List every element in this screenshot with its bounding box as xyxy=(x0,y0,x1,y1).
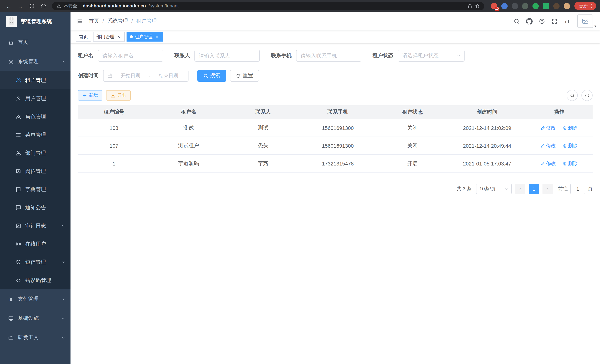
address-bar[interactable]: 不安全 dashboard.yudao.iocoder.cn /system/t… xyxy=(52,2,484,10)
user-icon xyxy=(16,96,21,101)
sidebar-item-sms[interactable]: 短信管理 xyxy=(0,253,71,271)
sidebar-item-online-user[interactable]: 在线用户 xyxy=(0,235,71,253)
browser-forward-button[interactable]: → xyxy=(15,1,25,11)
extension-icon[interactable] xyxy=(512,3,518,9)
sidebar-toggle-button[interactable] xyxy=(71,12,89,30)
refresh-table-button[interactable] xyxy=(581,90,593,101)
caret-down-icon[interactable]: ▾ xyxy=(594,24,596,30)
sidebar-item-department[interactable]: 部门管理 xyxy=(0,144,71,162)
font-size-button[interactable]: TT xyxy=(561,12,574,30)
sidebar-item-payment[interactable]: ¥ 支付管理 xyxy=(0,289,71,309)
phone-input[interactable] xyxy=(296,50,361,62)
goto-label: 前往 xyxy=(558,186,568,192)
tenant-icon xyxy=(16,78,21,83)
reset-button[interactable]: 重置 xyxy=(230,70,259,82)
next-page-button[interactable]: › xyxy=(543,184,553,194)
sidebar-item-user[interactable]: 用户管理 xyxy=(0,89,71,108)
toggle-search-button[interactable] xyxy=(567,90,578,101)
tab-department[interactable]: 部门管理 × xyxy=(93,32,125,42)
app-logo[interactable]: 芋道管理系统 xyxy=(0,12,71,31)
user-avatar[interactable] xyxy=(577,14,593,28)
sidebar-item-role[interactable]: 角色管理 xyxy=(0,108,71,126)
trash-icon xyxy=(562,161,567,166)
search-button[interactable]: 搜索 xyxy=(197,70,226,82)
tab-home[interactable]: 首页 xyxy=(76,32,91,42)
yen-icon: ¥ xyxy=(8,296,14,302)
close-icon[interactable]: × xyxy=(154,34,159,39)
breadcrumb-home[interactable]: 首页 xyxy=(89,18,99,25)
tenant-name-input[interactable] xyxy=(98,50,163,62)
book-icon xyxy=(16,187,21,192)
header-search-button[interactable] xyxy=(511,12,523,30)
add-button[interactable]: 新增 xyxy=(78,90,103,101)
status-select[interactable]: 请选择租户状态 xyxy=(398,50,465,62)
edit-link[interactable]: 修改 xyxy=(541,142,556,149)
browser-update-button[interactable]: 更新 xyxy=(574,2,596,10)
sidebar-item-label: 错误码管理 xyxy=(25,277,51,284)
browser-back-button[interactable]: ← xyxy=(4,1,14,11)
edit-link[interactable]: 修改 xyxy=(541,124,556,131)
github-button[interactable] xyxy=(523,12,536,30)
edit-link[interactable]: 修改 xyxy=(541,160,556,167)
sidebar-item-system[interactable]: 系统管理 xyxy=(0,52,71,71)
fullscreen-button[interactable] xyxy=(548,12,561,30)
column-header: 联系人 xyxy=(227,105,299,119)
bookmark-star-icon[interactable] xyxy=(475,3,480,8)
close-icon[interactable]: × xyxy=(116,34,121,39)
app-title: 芋道管理系统 xyxy=(21,18,52,25)
sidebar-item-error-code[interactable]: 错误码管理 xyxy=(0,271,71,289)
sidebar-item-menu[interactable]: 菜单管理 xyxy=(0,126,71,144)
chevron-down-icon xyxy=(61,336,65,340)
export-button[interactable]: 导出 xyxy=(106,90,131,101)
delete-link[interactable]: 删除 xyxy=(562,160,578,167)
sidebar-item-infrastructure[interactable]: 基础设施 xyxy=(0,309,71,328)
browser-reload-button[interactable] xyxy=(27,1,37,11)
prev-page-button[interactable]: ‹ xyxy=(515,184,525,194)
search-icon xyxy=(514,18,520,24)
browser-menu-icon[interactable] xyxy=(589,3,594,9)
page-size-select[interactable]: 10条/页 xyxy=(476,184,512,194)
extension-icon[interactable] xyxy=(533,3,539,9)
docs-help-button[interactable] xyxy=(536,12,548,30)
column-header: 租户编号 xyxy=(78,105,150,119)
sidebar-item-tenant[interactable]: 租户管理 xyxy=(0,71,71,89)
share-icon[interactable] xyxy=(468,3,472,8)
sidebar-item-dev-tools[interactable]: 研发工具 xyxy=(0,328,71,347)
goto-unit: 页 xyxy=(588,186,593,192)
extension-icon[interactable] xyxy=(543,3,549,9)
sidebar-item-audit-log[interactable]: 审计日志 xyxy=(0,217,71,235)
sidebar-item-home[interactable]: 首页 xyxy=(0,33,71,52)
sidebar-item-post[interactable]: 岗位管理 xyxy=(0,162,71,180)
pencil-icon xyxy=(541,126,545,130)
sidebar-item-label: 部门管理 xyxy=(25,150,46,156)
extension-icon[interactable] xyxy=(522,3,528,9)
create-time-range-picker[interactable]: 开始日期 - 结束日期 xyxy=(103,70,188,82)
sidebar-item-label: 基础设施 xyxy=(18,315,38,322)
update-label: 更新 xyxy=(579,3,588,9)
breadcrumb-separator: / xyxy=(103,18,104,24)
tab-tenant[interactable]: 租户管理 × xyxy=(127,32,163,42)
extension-icon[interactable] xyxy=(564,3,570,9)
delete-link[interactable]: 删除 xyxy=(562,124,578,131)
refresh-icon xyxy=(236,73,241,78)
page-number-button[interactable]: 1 xyxy=(529,184,539,194)
extension-icon[interactable]: 10 xyxy=(491,3,497,9)
browser-home-button[interactable] xyxy=(38,1,48,11)
toolbar-right xyxy=(567,90,593,101)
contact-input[interactable] xyxy=(194,50,260,62)
sidebar-item-dictionary[interactable]: 字典管理 xyxy=(0,180,71,198)
sidebar-item-notice[interactable]: 通知公告 xyxy=(0,198,71,217)
start-date-input[interactable]: 开始日期 xyxy=(115,72,147,79)
delete-link[interactable]: 删除 xyxy=(562,142,578,149)
goto-page-input[interactable] xyxy=(570,184,585,194)
plus-icon xyxy=(82,93,87,98)
sidebar-item-label: 字典管理 xyxy=(25,186,46,193)
security-label: 不安全 xyxy=(64,3,77,9)
tenant-name-label: 租户名 xyxy=(78,52,98,59)
end-date-input[interactable]: 结束日期 xyxy=(152,72,184,79)
filter-row-1: 租户名 联系人 联系手机 租户状态 请选择租户状态 xyxy=(78,50,593,62)
extension-icon[interactable] xyxy=(501,3,508,9)
tenant-table: 租户编号 租户名 联系人 联系手机 租户状态 创建时间 操作 108 测试 测试… xyxy=(78,105,593,173)
search-button-label: 搜索 xyxy=(210,72,220,79)
extension-icon[interactable] xyxy=(553,3,560,9)
